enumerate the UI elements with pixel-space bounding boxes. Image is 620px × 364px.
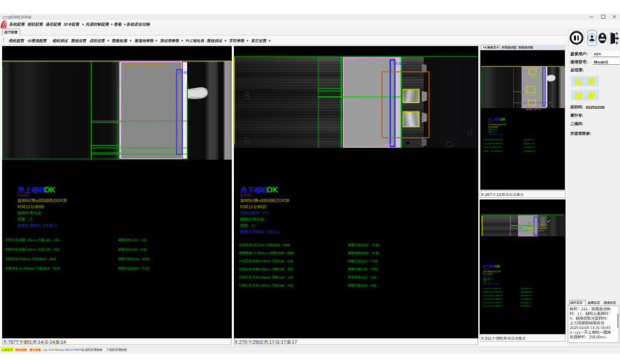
svg-text:Cpu: 0.0% Memory: 3424.4179687: Cpu: 0.0% Memory: 3424.41796875M <box>43 349 83 351</box>
svg-text:25.48: 25.48 <box>178 70 188 75</box>
svg-text:cys: cys <box>594 52 602 56</box>
svg-text:X:270;Y:2502;R:17;G:17;B:17: X:270;Y:2502;R:17;G:17;B:17 <box>235 340 297 344</box>
svg-text:Model1: Model1 <box>594 60 609 64</box>
svg-text:OK: OK <box>44 185 56 194</box>
svg-text:28.88: 28.88 <box>393 61 403 66</box>
svg-text:X:267;Y:13;R:0;G:0;B:0: X:267;Y:13;R:0;G:0;B:0 <box>481 192 523 197</box>
svg-text:X:7677;Y:891;R:14;G:14;B:14: X:7677;Y:891;R:14;G:14;B:14 <box>3 340 66 344</box>
svg-text:OK: OK <box>501 118 506 121</box>
svg-text:X:311;Y:980;R:0;G:0;B:0: X:311;Y:980;R:0;G:0;B:0 <box>481 336 525 340</box>
svg-text:CYS-: CYS- <box>3 15 12 20</box>
svg-text:20250208: 20250208 <box>586 105 605 109</box>
svg-text:OK: OK <box>495 265 501 268</box>
svg-text:OK: OK <box>267 185 279 194</box>
